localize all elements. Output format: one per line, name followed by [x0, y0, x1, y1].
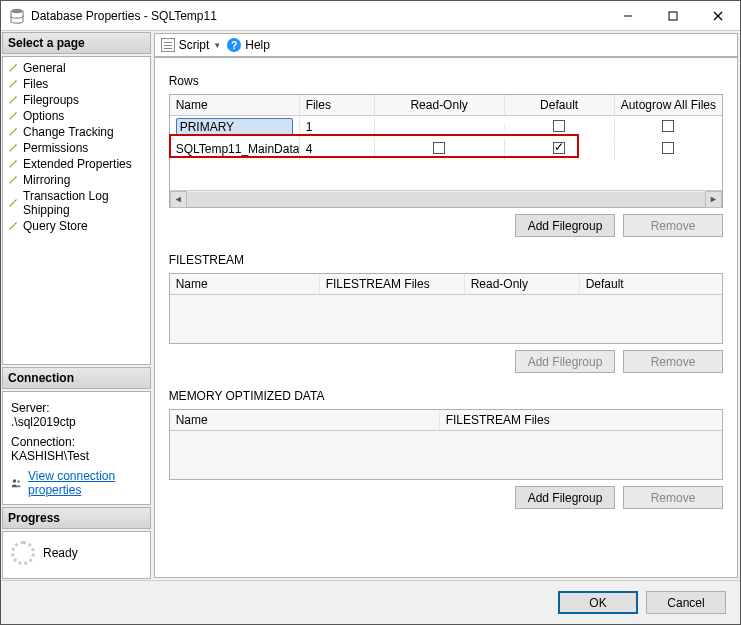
memopt-grid[interactable]: Name FILESTREAM Files	[169, 409, 723, 480]
col-readonly[interactable]: Read-Only	[375, 95, 505, 115]
svg-point-6	[17, 480, 20, 483]
sidebar-item-transaction-log-shipping[interactable]: Transaction Log Shipping	[5, 188, 148, 218]
cell-files[interactable]: 4	[300, 139, 375, 159]
memopt-remove-button: Remove	[623, 486, 723, 509]
col-autogrow[interactable]: Autogrow All Files	[615, 95, 722, 115]
sidebar-item-change-tracking[interactable]: Change Tracking	[5, 124, 148, 140]
connection-label: Connection:	[11, 435, 142, 449]
sidebar-item-label: Transaction Log Shipping	[23, 189, 146, 217]
sidebar-item-label: Permissions	[23, 141, 88, 155]
cell-autogrow[interactable]	[615, 139, 722, 160]
wrench-icon	[7, 142, 19, 154]
col-files[interactable]: FILESTREAM Files	[440, 410, 722, 430]
wrench-icon	[7, 158, 19, 170]
sidebar-item-mirroring[interactable]: Mirroring	[5, 172, 148, 188]
toolbar: Script ▼ ? Help	[154, 33, 738, 57]
cell-name[interactable]: SQLTemp11_MainData	[170, 139, 300, 159]
script-label: Script	[179, 38, 210, 52]
sidebar-item-files[interactable]: Files	[5, 76, 148, 92]
maximize-button[interactable]	[650, 1, 695, 30]
col-name[interactable]: Name	[170, 274, 320, 294]
sidebar-item-label: General	[23, 61, 66, 75]
titlebar: Database Properties - SQLTemp11	[1, 1, 740, 31]
sidebar-item-options[interactable]: Options	[5, 108, 148, 124]
page-list: GeneralFilesFilegroupsOptionsChange Trac…	[2, 56, 151, 365]
filestream-add-filegroup-button: Add Filegroup	[515, 350, 615, 373]
wrench-icon	[7, 94, 19, 106]
cell-default[interactable]	[505, 117, 615, 138]
progress-header: Progress	[2, 507, 151, 529]
rows-grid[interactable]: Name Files Read-Only Default Autogrow Al…	[169, 94, 723, 208]
col-name[interactable]: Name	[170, 410, 440, 430]
view-connection-link[interactable]: View connection properties	[28, 469, 142, 497]
col-files[interactable]: Files	[300, 95, 375, 115]
table-row[interactable]: PRIMARY 1	[170, 116, 722, 138]
close-button[interactable]	[695, 1, 740, 30]
cell-name[interactable]: PRIMARY	[176, 118, 293, 136]
script-icon	[161, 38, 175, 52]
scroll-left-icon[interactable]: ◄	[170, 191, 187, 208]
window-title: Database Properties - SQLTemp11	[31, 9, 605, 23]
connection-value: KASHISH\Test	[11, 449, 142, 463]
wrench-icon	[7, 220, 19, 232]
chevron-down-icon: ▼	[213, 41, 221, 50]
rows-add-filegroup-button[interactable]: Add Filegroup	[515, 214, 615, 237]
col-default[interactable]: Default	[505, 95, 615, 115]
sidebar-item-extended-properties[interactable]: Extended Properties	[5, 156, 148, 172]
minimize-button[interactable]	[605, 1, 650, 30]
cell-autogrow[interactable]	[615, 117, 722, 138]
wrench-icon	[7, 126, 19, 138]
rows-remove-button: Remove	[623, 214, 723, 237]
wrench-icon	[7, 197, 19, 209]
rows-section-title: Rows	[169, 74, 723, 88]
sidebar-item-label: Extended Properties	[23, 157, 132, 171]
cell-files[interactable]: 1	[300, 117, 375, 137]
ok-button[interactable]: OK	[558, 591, 638, 614]
memopt-grid-header: Name FILESTREAM Files	[170, 410, 722, 431]
col-name[interactable]: Name	[170, 95, 300, 115]
cell-readonly[interactable]	[375, 139, 505, 160]
sidebar-item-label: Change Tracking	[23, 125, 114, 139]
help-icon: ?	[227, 38, 241, 52]
filestream-remove-button: Remove	[623, 350, 723, 373]
people-icon	[11, 476, 22, 490]
sidebar-item-filegroups[interactable]: Filegroups	[5, 92, 148, 108]
table-row[interactable]: SQLTemp11_MainData 4	[170, 138, 722, 160]
memopt-add-filegroup-button[interactable]: Add Filegroup	[515, 486, 615, 509]
filestream-grid[interactable]: Name FILESTREAM Files Read-Only Default	[169, 273, 723, 344]
select-page-header: Select a page	[2, 32, 151, 54]
svg-point-0	[11, 8, 23, 12]
sidebar-item-permissions[interactable]: Permissions	[5, 140, 148, 156]
cancel-button[interactable]: Cancel	[646, 591, 726, 614]
svg-point-5	[13, 479, 16, 482]
sidebar-item-query-store[interactable]: Query Store	[5, 218, 148, 234]
sidebar-item-label: Filegroups	[23, 93, 79, 107]
wrench-icon	[7, 62, 19, 74]
sidebar-item-label: Options	[23, 109, 64, 123]
filestream-section-title: FILESTREAM	[169, 253, 723, 267]
progress-status: Ready	[43, 546, 78, 560]
cell-default[interactable]	[505, 139, 615, 160]
left-pane: Select a page GeneralFilesFilegroupsOpti…	[1, 31, 152, 580]
wrench-icon	[7, 78, 19, 90]
database-icon	[9, 8, 25, 24]
wrench-icon	[7, 110, 19, 122]
help-button[interactable]: ? Help	[227, 38, 270, 52]
server-value: .\sql2019ctp	[11, 415, 142, 429]
main-content: Rows Name Files Read-Only Default Autogr…	[154, 57, 738, 578]
help-label: Help	[245, 38, 270, 52]
col-files[interactable]: FILESTREAM Files	[320, 274, 465, 294]
col-default[interactable]: Default	[580, 274, 722, 294]
col-readonly[interactable]: Read-Only	[465, 274, 580, 294]
sidebar-item-label: Files	[23, 77, 48, 91]
scroll-right-icon[interactable]: ►	[705, 191, 722, 208]
connection-header: Connection	[2, 367, 151, 389]
svg-rect-2	[669, 12, 677, 20]
right-pane: Script ▼ ? Help Rows Name Files Read	[152, 31, 740, 580]
sidebar-item-general[interactable]: General	[5, 60, 148, 76]
dialog-footer: OK Cancel	[1, 580, 740, 624]
script-button[interactable]: Script ▼	[161, 38, 222, 52]
wrench-icon	[7, 174, 19, 186]
memopt-section-title: MEMORY OPTIMIZED DATA	[169, 389, 723, 403]
horizontal-scrollbar[interactable]: ◄ ►	[170, 190, 722, 207]
